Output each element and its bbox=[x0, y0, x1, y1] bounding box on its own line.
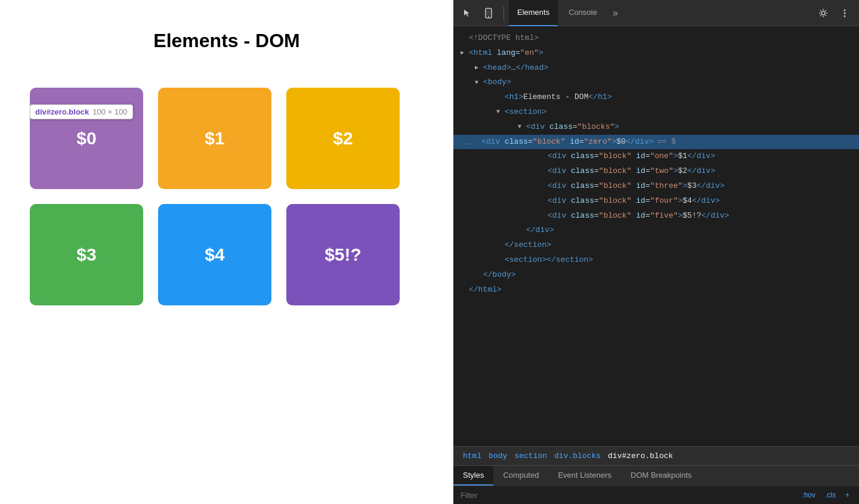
page-title: Elements - DOM bbox=[0, 30, 453, 52]
body-triangle[interactable] bbox=[475, 78, 483, 88]
devtools-panel: Elements Console » <!DOCTYPE html> bbox=[453, 0, 859, 504]
filter-input[interactable] bbox=[461, 491, 580, 500]
tab-styles[interactable]: Styles bbox=[453, 466, 493, 486]
div-blocks-triangle[interactable] bbox=[518, 122, 526, 132]
dom-line-div-blocks[interactable]: <div class="blocks"> bbox=[453, 120, 859, 135]
svg-rect-1 bbox=[487, 10, 490, 16]
svg-point-6 bbox=[844, 15, 846, 17]
breadcrumb-body[interactable]: body bbox=[486, 450, 509, 462]
block-four[interactable]: $4 bbox=[158, 204, 271, 305]
dom-line-h1[interactable]: <h1>Elements - DOM</h1> bbox=[453, 90, 859, 105]
dom-line-section[interactable]: <section> bbox=[453, 105, 859, 120]
settings-button[interactable] bbox=[814, 4, 833, 23]
tab-console[interactable]: Console bbox=[560, 0, 605, 26]
dom-line-section-empty[interactable]: <section></section> bbox=[453, 253, 859, 268]
dom-line-div-zero[interactable]: … <div class="block" id="zero">$0</div>=… bbox=[453, 135, 859, 150]
device-toolbar-button[interactable] bbox=[480, 4, 499, 23]
blocks-grid: $0 $1 $2 $3 $4 $5!? bbox=[0, 88, 453, 305]
filter-hov-button[interactable]: :hov bbox=[799, 490, 818, 500]
svg-point-3 bbox=[821, 11, 825, 15]
section-triangle[interactable] bbox=[496, 107, 505, 117]
block-one[interactable]: $1 bbox=[158, 88, 271, 189]
tab-elements[interactable]: Elements bbox=[509, 0, 558, 26]
block-five[interactable]: $5!? bbox=[286, 204, 400, 305]
dom-line-doctype: <!DOCTYPE html> bbox=[453, 31, 859, 46]
tab-dom-breakpoints[interactable]: DOM Breakpoints bbox=[621, 466, 702, 486]
svg-point-2 bbox=[488, 16, 489, 17]
dom-tree[interactable]: <!DOCTYPE html> <html lang="en"> <head>…… bbox=[453, 26, 859, 446]
element-tooltip: div#zero.block 100 × 100 bbox=[30, 104, 133, 119]
inner-tabs: Styles Computed Event Listeners DOM Brea… bbox=[453, 465, 859, 486]
inspect-element-button[interactable] bbox=[458, 4, 477, 23]
ellipsis-button[interactable]: … bbox=[461, 137, 473, 146]
tooltip-id: div#zero.block bbox=[35, 107, 89, 116]
filter-cls-button[interactable]: .cls bbox=[823, 490, 838, 500]
dom-line-div-three[interactable]: <div class="block" id="three">$3</div> bbox=[453, 179, 859, 194]
tab-more-button[interactable]: » bbox=[608, 4, 623, 22]
dom-line-div-two[interactable]: <div class="block" id="two">$2</div> bbox=[453, 164, 859, 179]
dom-line-close-html: </html> bbox=[453, 283, 859, 298]
svg-point-5 bbox=[844, 12, 846, 14]
toolbar-separator bbox=[503, 6, 504, 20]
devtools-toolbar: Elements Console » bbox=[453, 0, 859, 26]
dom-line-close-section: </section> bbox=[453, 238, 859, 253]
block-zero[interactable]: $0 bbox=[30, 88, 143, 189]
webpage-preview: Elements - DOM div#zero.block 100 × 100 … bbox=[0, 0, 453, 504]
dom-line-body[interactable]: <body> bbox=[453, 75, 859, 90]
head-triangle[interactable] bbox=[475, 63, 483, 73]
tab-computed[interactable]: Computed bbox=[493, 466, 548, 486]
dom-line-close-body: </body> bbox=[453, 268, 859, 283]
dom-line-div-four[interactable]: <div class="block" id="four">$4</div> bbox=[453, 194, 859, 209]
dom-line-html[interactable]: <html lang="en"> bbox=[453, 46, 859, 61]
dom-line-div-five[interactable]: <div class="block" id="five">$5!?</div> bbox=[453, 209, 859, 224]
block-two[interactable]: $2 bbox=[286, 88, 400, 189]
breadcrumb-html[interactable]: html bbox=[461, 450, 484, 462]
html-triangle[interactable] bbox=[461, 48, 469, 58]
breadcrumb-section[interactable]: section bbox=[512, 450, 549, 462]
block-three[interactable]: $3 bbox=[30, 204, 143, 305]
tab-event-listeners[interactable]: Event Listeners bbox=[548, 466, 621, 486]
breadcrumb-div-zero[interactable]: div#zero.block bbox=[605, 450, 675, 462]
devtools-right-icons bbox=[814, 4, 854, 23]
filter-options: :hov .cls + bbox=[799, 490, 852, 500]
breadcrumb-bar: html body section div.blocks div#zero.bl… bbox=[453, 446, 859, 465]
breadcrumb-div-blocks[interactable]: div.blocks bbox=[552, 450, 603, 462]
more-options-button[interactable] bbox=[835, 4, 854, 23]
dom-line-div-one[interactable]: <div class="block" id="one">$1</div> bbox=[453, 149, 859, 164]
filter-bar: :hov .cls + bbox=[453, 486, 859, 504]
dom-line-close-div-blocks: </div> bbox=[453, 223, 859, 238]
tooltip-size: 100 × 100 bbox=[92, 107, 127, 116]
filter-add-button[interactable]: + bbox=[843, 490, 852, 500]
dom-line-head[interactable]: <head>…</head> bbox=[453, 61, 859, 76]
svg-point-4 bbox=[844, 9, 846, 11]
